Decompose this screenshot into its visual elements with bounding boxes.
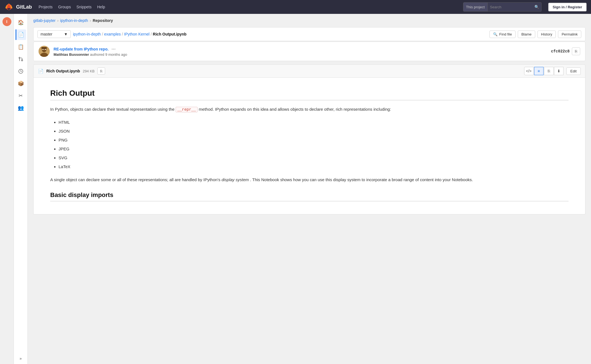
raw-icon: </> <box>526 69 531 73</box>
download-icon: ⬇ <box>557 69 560 73</box>
file-type-icon: 📄 <box>38 69 44 74</box>
rendered-icon: ≡ <box>538 69 540 73</box>
svg-point-7 <box>19 57 20 59</box>
breadcrumb-sep-2: › <box>90 18 91 23</box>
view-copy-button[interactable]: ⎘ <box>544 67 554 75</box>
breadcrumb-current: Repository <box>93 18 113 23</box>
search-scope[interactable]: This project <box>463 2 488 11</box>
search-input[interactable] <box>488 2 532 11</box>
repr-code: __repr__ <box>176 107 198 112</box>
nav-snippets[interactable]: Snippets <box>77 5 92 9</box>
commit-message[interactable]: RE-update from IPython repo. <box>54 47 108 51</box>
file-path: ipython-in-depth / examples / IPython Ke… <box>73 32 487 36</box>
list-item-json: JSON <box>59 127 569 135</box>
branch-selector[interactable]: master ▼ <box>37 30 71 38</box>
rich-output-list: HTML JSON PNG JPEG SVG LaTeX <box>59 118 569 171</box>
sidebar-item-merge-requests[interactable] <box>16 54 26 64</box>
breadcrumb: gitlab-jupyter › ipython-in-depth › Repo… <box>33 18 585 23</box>
view-download-button[interactable]: ⬇ <box>554 67 564 75</box>
file-name: Rich Output.ipynb <box>46 69 80 73</box>
find-file-button[interactable]: 🔍 Find file <box>489 31 516 38</box>
sidebar-item-snippets[interactable]: ✂ <box>16 90 26 101</box>
blame-button[interactable]: Blame <box>518 31 535 38</box>
nav-groups[interactable]: Groups <box>58 5 71 9</box>
ref-row: master ▼ ipython-in-depth / examples / I… <box>33 27 585 41</box>
notebook-intro-text: In Python, objects can declare their tex… <box>50 107 175 112</box>
commit-author: Matthias Bussonnier <box>54 52 89 57</box>
commit-dots[interactable]: ··· <box>110 46 117 52</box>
svg-point-13 <box>42 49 44 50</box>
sidebar-item-members[interactable]: 👥 <box>16 103 26 113</box>
path-sep-1: / <box>122 32 123 36</box>
path-sep-0: / <box>102 32 103 36</box>
sidebar-item-issues[interactable]: 📋 <box>16 42 26 52</box>
commit-hash-area: cfc022c8 ⎘ <box>551 47 580 55</box>
commit-authored-text: authored <box>90 52 105 57</box>
edit-file-button[interactable]: Edit <box>566 67 581 75</box>
breadcrumb-sep-1: › <box>57 18 59 23</box>
path-sep-2: / <box>151 32 152 36</box>
history-button[interactable]: History <box>537 31 556 38</box>
search-bar: This project 🔍 <box>463 2 542 12</box>
view-raw-button[interactable]: </> <box>524 67 534 75</box>
brand-logo[interactable]: GitLab <box>4 2 32 11</box>
find-file-label: Find file <box>499 32 512 36</box>
search-icon: 🔍 <box>532 5 541 9</box>
permalink-button[interactable]: Permalink <box>558 31 581 38</box>
sidebar-item-packages[interactable]: 📦 <box>16 78 26 89</box>
file-view-icons: </> ≡ ⎘ ⬇ Edit <box>524 67 581 75</box>
commit-info: RE-update from IPython repo. ··· Matthia… <box>54 46 547 57</box>
path-part-1[interactable]: examples <box>104 32 121 36</box>
avatar-sidebar: I <box>0 14 14 364</box>
commit-hash: cfc022c8 <box>551 49 570 54</box>
view-rendered-button[interactable]: ≡ <box>534 67 544 75</box>
path-current-file: Rich Output.ipynb <box>153 32 186 36</box>
notebook-content: Rich Output In Python, objects can decla… <box>33 78 585 214</box>
icon-sidebar: 🏠 📄 📋 📦 ✂ 👥 » <box>14 14 28 364</box>
svg-point-8 <box>21 60 23 61</box>
notebook-intro-para: In Python, objects can declare their tex… <box>50 106 569 113</box>
notebook-title: Rich Output <box>50 89 569 100</box>
nav-links: Projects Groups Snippets Help <box>39 5 456 9</box>
branch-name: master <box>41 32 52 36</box>
sidebar-expand-button[interactable]: » <box>20 356 22 361</box>
main-content: gitlab-jupyter › ipython-in-depth › Repo… <box>28 14 591 364</box>
notebook-para2: A single object can declare some or all … <box>50 176 569 183</box>
copy-icon-2: ⎘ <box>548 69 550 73</box>
sidebar-item-repository[interactable]: 📄 <box>16 29 26 40</box>
sidebar-item-pipelines[interactable] <box>16 66 26 77</box>
commit-meta: Matthias Bussonnier authored 9 months ag… <box>54 52 547 57</box>
notebook-intro-cont-text: method. IPython expands on this idea and… <box>199 107 391 112</box>
path-part-0[interactable]: ipython-in-depth <box>73 32 101 36</box>
branch-chevron-icon: ▼ <box>64 32 68 36</box>
file-bar: 📄 Rich Output.ipynb 294 KB ⎘ </> ≡ ⎘ ⬇ <box>33 64 585 78</box>
svg-marker-5 <box>5 8 9 10</box>
para2-post: . This Notebook shows how you can use th… <box>250 177 473 182</box>
file-size: 294 KB <box>83 69 95 73</box>
find-file-icon: 🔍 <box>493 32 497 36</box>
nav-projects[interactable]: Projects <box>39 5 53 9</box>
commit-author-avatar <box>39 46 50 57</box>
copy-path-icon: ⎘ <box>100 69 102 73</box>
copy-path-button[interactable]: ⎘ <box>97 67 105 75</box>
para2-italic: display system <box>221 177 249 182</box>
sidebar-item-home[interactable]: 🏠 <box>16 17 26 28</box>
list-item-png: PNG <box>59 136 569 144</box>
breadcrumb-ipython-in-depth[interactable]: ipython-in-depth <box>60 18 88 23</box>
user-avatar[interactable]: I <box>2 17 11 26</box>
svg-point-14 <box>45 49 46 50</box>
notebook-section2-title: Basic display imports <box>50 191 569 201</box>
copy-hash-button[interactable]: ⎘ <box>572 47 580 55</box>
brand-name: GitLab <box>16 4 32 10</box>
ref-actions: 🔍 Find file Blame History Permalink <box>489 31 581 38</box>
signin-button[interactable]: Sign in / Register <box>548 3 587 11</box>
breadcrumb-gitlab-jupyter[interactable]: gitlab-jupyter <box>33 18 55 23</box>
commit-card: RE-update from IPython repo. ··· Matthia… <box>33 42 585 61</box>
top-navigation: GitLab Projects Groups Snippets Help Thi… <box>0 0 591 14</box>
copy-icon: ⎘ <box>575 49 577 54</box>
para2-pre: A single object can declare some or all … <box>50 177 221 182</box>
page-layout: I 🏠 📄 📋 📦 ✂ 👥 » gitlab-jupyter › ipython… <box>0 14 591 364</box>
svg-rect-15 <box>41 47 47 49</box>
path-part-2[interactable]: IPython Kernel <box>124 32 150 36</box>
nav-help[interactable]: Help <box>97 5 105 9</box>
